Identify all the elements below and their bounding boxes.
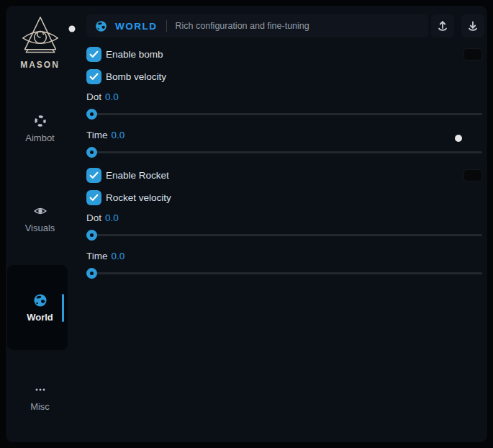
slider-track[interactable] (86, 234, 482, 236)
checkbox-rocket-velocity[interactable] (86, 190, 101, 205)
slider-value: 0.0 (105, 212, 119, 223)
checkbox-row: Enable bomb (86, 47, 482, 62)
slider-value: 0.0 (112, 251, 125, 261)
eye-icon (33, 203, 48, 219)
checkbox-label: Enable bomb (106, 49, 163, 60)
app-window: MASON AimbotVisualsWorldMisc WORLD Rich … (6, 6, 487, 442)
ellipsis-icon (34, 382, 47, 398)
sidebar-item-label: Visuals (25, 223, 55, 233)
header-divider (166, 20, 167, 32)
slider-row: Time0.0 (86, 251, 482, 279)
slider-time-7[interactable] (86, 267, 482, 279)
check-icon (89, 50, 99, 58)
checkbox-bomb-velocity[interactable] (86, 69, 101, 84)
slider-track[interactable] (86, 272, 482, 274)
download-config-button[interactable] (461, 14, 484, 37)
sidebar-item-misc[interactable]: Misc (6, 375, 74, 418)
slider-label: Time0.0 (86, 130, 482, 140)
app-logo-label: MASON (6, 60, 74, 70)
slider-track[interactable] (86, 151, 482, 153)
color-picker-swatch[interactable] (463, 169, 482, 182)
slider-track[interactable] (86, 113, 482, 115)
sidebar-item-aimbot[interactable]: Aimbot (6, 107, 74, 150)
slider-label: Time0.0 (86, 251, 482, 261)
slider-row: Dot0.0 (86, 212, 482, 241)
globe-icon (33, 292, 48, 308)
page-subtitle: Rich configuration and fine-tuning (176, 21, 309, 31)
sidebar-item-label: World (27, 312, 53, 323)
sidebar-item-label: Misc (30, 401, 50, 412)
slider-row: Time0.0 (86, 130, 482, 158)
checkbox-label: Enable Rocket (106, 170, 169, 181)
slider-knob[interactable] (86, 268, 97, 279)
slider-knob[interactable] (86, 230, 97, 241)
sidebar-item-visuals[interactable]: Visuals (6, 197, 74, 240)
cursor-dot (455, 135, 462, 142)
slider-name: Time (86, 251, 108, 261)
slider-dot-6[interactable] (86, 229, 482, 241)
slider-label: Dot0.0 (86, 212, 482, 223)
slider-value: 0.0 (112, 130, 125, 140)
download-icon (466, 19, 479, 32)
crosshair-icon (34, 113, 47, 129)
checkbox-enable-bomb[interactable] (86, 47, 101, 62)
checkbox-row: Enable Rocket (86, 168, 482, 183)
slider-dot-2[interactable] (86, 108, 482, 120)
checkbox-label: Rocket velocity (106, 192, 171, 203)
app-logo: MASON (6, 14, 74, 70)
slider-row: Dot0.0 (86, 91, 482, 120)
slider-label: Dot0.0 (86, 91, 482, 102)
check-icon (89, 194, 99, 202)
page-title: WORLD (115, 21, 158, 32)
slider-value: 0.0 (105, 91, 119, 102)
checkbox-enable-rocket[interactable] (86, 168, 101, 183)
sidebar: MASON AimbotVisualsWorldMisc (6, 6, 74, 442)
sidebar-item-label: Aimbot (25, 133, 54, 143)
color-picker-swatch[interactable] (463, 48, 482, 61)
checkbox-label: Bomb velocity (106, 71, 166, 82)
slider-knob[interactable] (86, 109, 97, 120)
check-icon (89, 73, 99, 81)
slider-name: Dot (86, 91, 101, 102)
slider-name: Time (86, 130, 108, 140)
checkbox-row: Rocket velocity (86, 190, 482, 205)
upload-config-button[interactable] (431, 14, 454, 37)
upload-icon (436, 19, 449, 32)
slider-name: Dot (86, 212, 101, 223)
masonic-eye-logo-icon (6, 14, 74, 58)
globe-icon (95, 20, 107, 32)
checkbox-row: Bomb velocity (86, 69, 482, 84)
slider-time-3[interactable] (86, 146, 482, 158)
slider-knob[interactable] (86, 147, 97, 158)
cursor-dot (69, 26, 76, 32)
page-header: WORLD Rich configuration and fine-tuning (86, 14, 428, 37)
active-item-indicator (62, 294, 64, 322)
check-icon (89, 171, 99, 179)
